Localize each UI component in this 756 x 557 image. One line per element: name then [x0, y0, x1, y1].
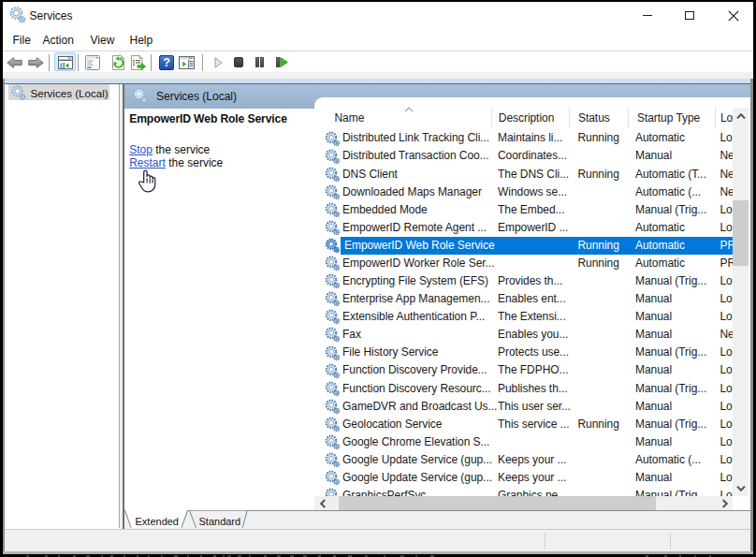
svg-text:?: ?	[163, 56, 170, 69]
